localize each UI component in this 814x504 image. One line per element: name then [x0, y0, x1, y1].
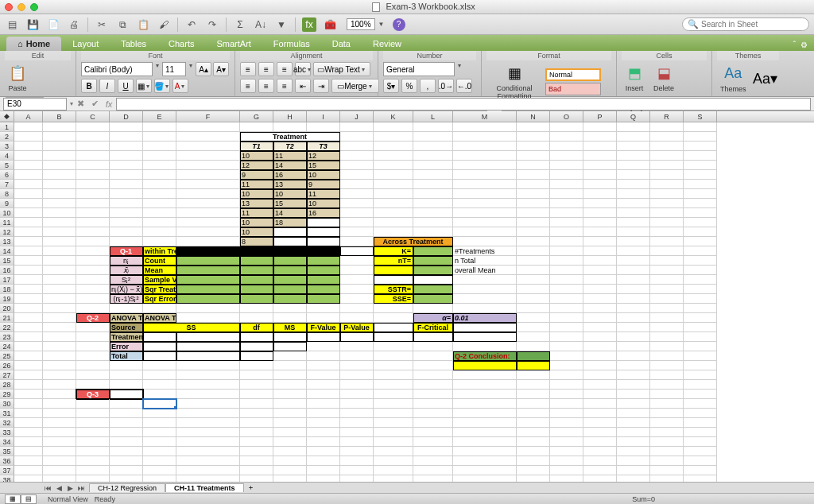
sqr-err-formula[interactable]: (nⱼ-1)Sⱼ²	[110, 294, 143, 304]
t-data[interactable]: 8	[240, 237, 273, 246]
t-data[interactable]: 10	[307, 199, 340, 208]
row-header-33[interactable]: 33	[0, 428, 14, 437]
align-bottom-button[interactable]: ≡	[277, 62, 293, 76]
k-label[interactable]: K=	[374, 246, 413, 256]
close-icon[interactable]	[5, 3, 13, 11]
row-header-29[interactable]: 29	[0, 390, 14, 399]
row-header-34[interactable]: 34	[0, 437, 14, 447]
t-data[interactable]: 10	[273, 189, 307, 199]
ribbon-settings-icon[interactable]: ⚙	[800, 41, 808, 49]
q2-conclusion-cell[interactable]	[453, 361, 517, 370]
row-header-30[interactable]: 30	[0, 399, 14, 409]
t-data[interactable]	[307, 218, 340, 227]
sqr-treatment-label[interactable]: Sqr Treatment	[143, 285, 176, 294]
t-data[interactable]: 10	[307, 170, 340, 180]
row-header-25[interactable]: 25	[0, 351, 14, 361]
t-data[interactable]	[273, 227, 307, 237]
xbar-label[interactable]: x̄ⱼ	[110, 266, 143, 275]
anova-fc-hdr[interactable]: F-Critical	[413, 323, 453, 332]
t-data[interactable]: 11	[240, 180, 273, 189]
tab-data[interactable]: Data	[321, 37, 362, 51]
anova-df-hdr[interactable]: df	[240, 323, 273, 332]
anova-p-hdr[interactable]: P-Value	[340, 323, 374, 332]
anova-row-treatment[interactable]: Treatment	[110, 332, 143, 342]
col-header-E[interactable]: E	[143, 111, 176, 122]
col-header-O[interactable]: O	[550, 111, 583, 122]
treatments-label[interactable]: #Treatments	[453, 246, 517, 256]
anova-source-hdr[interactable]: Source	[110, 323, 143, 332]
anova-row-error[interactable]: Error	[110, 342, 143, 351]
align-center-button[interactable]: ≡	[258, 79, 274, 93]
sqr-error-label[interactable]: Sqr Error	[143, 294, 176, 304]
anova-f-hdr[interactable]: F-Value	[307, 323, 340, 332]
toolbox-icon[interactable]: 🧰	[323, 17, 337, 32]
grow-font-button[interactable]: A▴	[196, 62, 211, 76]
name-box[interactable]: E30	[3, 98, 67, 110]
row-header-38[interactable]: 38	[0, 475, 14, 482]
sstr-label[interactable]: SSTR=	[374, 285, 413, 294]
tab-smartart[interactable]: SmartArt	[205, 37, 262, 51]
row-header-13[interactable]: 13	[0, 237, 14, 246]
nj-label[interactable]: nⱼ	[110, 256, 143, 266]
tab-home[interactable]: ⌂Home	[6, 37, 61, 51]
italic-button[interactable]: I	[99, 79, 115, 93]
row-header-22[interactable]: 22	[0, 323, 14, 332]
chevron-down-icon[interactable]: ▾	[456, 62, 463, 76]
t-data[interactable]: 12	[240, 161, 273, 170]
row-header-26[interactable]: 26	[0, 361, 14, 370]
undo-icon[interactable]: ↶	[184, 17, 199, 32]
t-data[interactable]: 12	[307, 151, 340, 161]
chevron-down-icon[interactable]: ▾	[188, 62, 194, 76]
col-header-H[interactable]: H	[273, 111, 307, 122]
col-header-F[interactable]: F	[176, 111, 240, 122]
anova-row-total[interactable]: Total	[110, 351, 143, 361]
align-middle-button[interactable]: ≡	[258, 62, 274, 76]
col-header-R[interactable]: R	[650, 111, 684, 122]
row-header-19[interactable]: 19	[0, 294, 14, 304]
number-format-select[interactable]: General	[383, 62, 455, 76]
t-data[interactable]: 13	[273, 180, 307, 189]
col-header-Q[interactable]: Q	[617, 111, 650, 122]
overall-mean-label[interactable]: overall Mean	[453, 266, 517, 275]
row-header-1[interactable]: 1	[0, 122, 14, 132]
comma-button[interactable]: ,	[420, 79, 436, 93]
conditional-formatting-button[interactable]: ▦Conditional Formatting	[486, 62, 542, 102]
row-header-31[interactable]: 31	[0, 409, 14, 418]
col-header-S[interactable]: S	[684, 111, 717, 122]
row-header-11[interactable]: 11	[0, 218, 14, 227]
normal-view-button[interactable]: ▦	[5, 494, 21, 504]
t-col-1[interactable]: T2	[273, 142, 307, 151]
row-header-36[interactable]: 36	[0, 456, 14, 466]
row-header-24[interactable]: 24	[0, 342, 14, 351]
row-header-28[interactable]: 28	[0, 380, 14, 390]
sse-label[interactable]: SSE=	[374, 294, 413, 304]
copy-icon[interactable]: ⧉	[115, 17, 130, 32]
cancel-formula-icon[interactable]: ✖	[73, 98, 87, 110]
t-col-2[interactable]: T3	[307, 142, 340, 151]
col-header-P[interactable]: P	[583, 111, 617, 122]
sheet-prev-icon[interactable]: ◀	[54, 484, 64, 492]
within-treatment-label[interactable]: within Treatment	[143, 246, 176, 256]
style-bad[interactable]: Bad	[545, 83, 601, 95]
t-data[interactable]: 10	[240, 218, 273, 227]
across-treatment-header[interactable]: Across Treatment	[374, 237, 453, 246]
col-header-M[interactable]: M	[453, 111, 517, 122]
col-header-K[interactable]: K	[374, 111, 413, 122]
theme-fonts-button[interactable]: Aa▾	[753, 68, 778, 90]
t-data[interactable]: 10	[240, 189, 273, 199]
search-input[interactable]	[701, 20, 804, 29]
currency-button[interactable]: $▾	[383, 79, 399, 93]
t-data[interactable]: 9	[240, 170, 273, 180]
alpha-label[interactable]: α=	[413, 313, 453, 323]
t-data[interactable]: 9	[307, 180, 340, 189]
merge-button[interactable]: ▭ Merge▾	[331, 79, 379, 93]
anova-label-1[interactable]: ANOVA Table	[110, 313, 143, 323]
shrink-font-button[interactable]: A▾	[213, 62, 229, 76]
row-header-6[interactable]: 6	[0, 170, 14, 180]
formula-input[interactable]	[116, 98, 811, 110]
sqr-treat-formula[interactable]: nⱼ(X̄ⱼ) − x̄)²	[110, 285, 143, 294]
t-data[interactable]: 10	[240, 151, 273, 161]
row-header-4[interactable]: 4	[0, 151, 14, 161]
indent-dec-button[interactable]: ⇤	[295, 79, 311, 93]
col-header-L[interactable]: L	[413, 111, 453, 122]
